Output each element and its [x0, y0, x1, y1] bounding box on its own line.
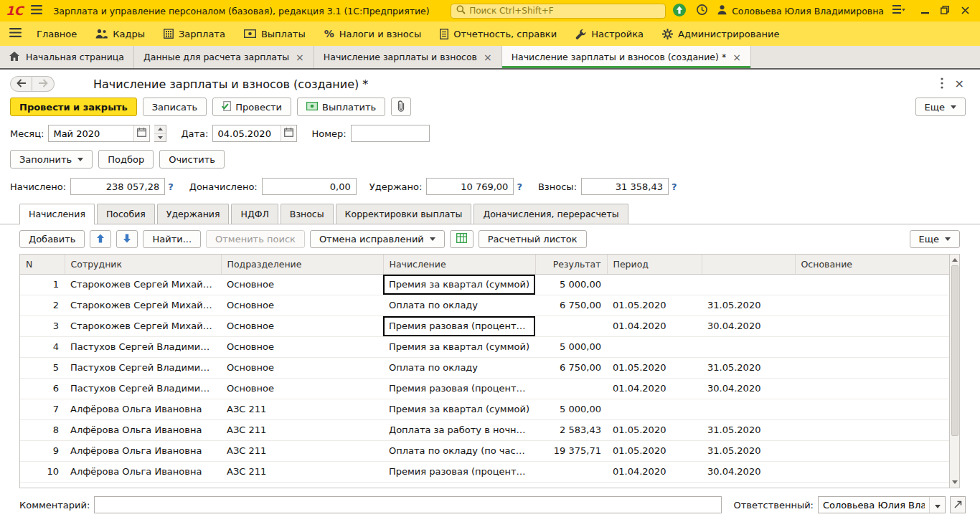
menu-item-administration[interactable]: Администрирование [653, 22, 788, 46]
cell-basis[interactable] [795, 336, 949, 357]
cell-basis[interactable] [795, 461, 949, 482]
cell-row-number[interactable]: 2 [20, 295, 65, 315]
fill-button[interactable]: Заполнить [10, 150, 93, 169]
cell-result[interactable]: 5 000,00 [535, 274, 607, 295]
open-responsible-button[interactable] [950, 496, 966, 513]
forward-button[interactable] [32, 76, 55, 92]
cell-period-from[interactable]: 01.05.2020 [607, 440, 702, 461]
cell-department[interactable]: Основное [221, 357, 383, 378]
month-input[interactable] [49, 125, 133, 141]
cell-period-from[interactable]: 01.04.2020 [607, 461, 702, 482]
current-user[interactable]: Соловьева Юлия Владимировна [717, 4, 884, 17]
cell-department[interactable]: АЗС 211 [221, 440, 383, 461]
cell-department[interactable]: АЗС 211 [221, 399, 383, 419]
cell-period-to[interactable] [702, 336, 795, 357]
cell-employee[interactable]: Алфёрова Ольга Ивановна [65, 440, 221, 461]
cell-employee[interactable]: Алфёрова Ольга Ивановна [65, 461, 221, 482]
table-row[interactable]: 4 Пастухов Сергей Владимирович Основное … [20, 336, 949, 357]
update-available-button[interactable] [671, 3, 688, 19]
show-all-accruals-button[interactable] [450, 230, 473, 248]
document-tab[interactable]: Начисление зарплаты и взносов × [314, 46, 502, 68]
column-header-basis[interactable]: Основание [795, 255, 949, 274]
column-header-accrual[interactable]: Начисление [383, 255, 535, 274]
cell-row-number[interactable]: 7 [20, 399, 65, 419]
tab-home[interactable]: Начальная страница [0, 46, 134, 68]
cell-result[interactable] [535, 378, 607, 399]
cell-period-from[interactable] [607, 399, 702, 419]
cell-row-number[interactable]: 9 [20, 440, 65, 461]
cell-period-to[interactable]: 30.04.2020 [702, 378, 795, 399]
form-more-button[interactable]: Еще [915, 98, 966, 116]
pay-button[interactable]: Выплатить [297, 98, 385, 116]
cell-period-from[interactable]: 01.05.2020 [607, 419, 702, 440]
cell-result[interactable] [535, 461, 607, 482]
find-button[interactable]: Найти... [143, 230, 201, 248]
cell-department[interactable]: Основное [221, 315, 383, 336]
cell-department[interactable]: Основное [221, 295, 383, 315]
tab-close-icon[interactable]: × [296, 52, 304, 62]
cell-basis[interactable] [795, 357, 949, 378]
cell-result[interactable]: 6 750,00 [535, 357, 607, 378]
functions-menu-button[interactable] [3, 22, 27, 46]
number-field[interactable] [351, 125, 430, 142]
cell-row-number[interactable]: 10 [20, 461, 65, 482]
document-tab[interactable]: Данные для расчета зарплаты × [134, 46, 314, 68]
cell-employee[interactable]: Пастухов Сергей Владимирович [65, 336, 221, 357]
section-tab[interactable]: Удержания [157, 204, 230, 224]
cell-period-from[interactable] [607, 336, 702, 357]
menu-item-salary[interactable]: Зарплата [154, 22, 235, 46]
scrollbar-thumb[interactable] [951, 265, 958, 436]
cell-row-number[interactable]: 5 [20, 357, 65, 378]
menu-item-payments[interactable]: Выплаты [235, 22, 315, 46]
cell-row-number[interactable]: 1 [20, 274, 65, 295]
section-tab[interactable]: Начисления [19, 204, 95, 224]
section-tab[interactable]: Корректировки выплаты [336, 204, 472, 224]
cell-accrual[interactable]: Премия разовая (процентом) [383, 378, 535, 399]
tab-close-icon[interactable]: × [732, 52, 741, 62]
cell-accrual[interactable]: Оплата по окладу (по часам) [383, 440, 535, 461]
cell-period-from[interactable]: 01.04.2020 [607, 378, 702, 399]
payslip-button[interactable]: Расчетный листок [479, 230, 587, 248]
month-calendar-button[interactable] [133, 125, 149, 141]
cell-period-to[interactable]: 31.05.2020 [702, 295, 795, 315]
cell-basis[interactable] [795, 419, 949, 440]
cell-department[interactable]: АЗС 211 [221, 419, 383, 440]
search-input[interactable] [469, 6, 660, 16]
cell-employee[interactable]: Алфёрова Ольга Ивановна [65, 419, 221, 440]
cell-period-to[interactable]: 31.05.2020 [702, 419, 795, 440]
undo-corrections-button[interactable]: Отмена исправлений [310, 230, 445, 248]
cell-result[interactable]: 5 000,00 [535, 336, 607, 357]
restore-button[interactable] [936, 3, 954, 19]
cell-period-from[interactable]: 01.05.2020 [607, 295, 702, 315]
table-row[interactable]: 9 Алфёрова Ольга Ивановна АЗС 211 Оплата… [20, 440, 949, 461]
section-tab[interactable]: Доначисления, перерасчеты [473, 204, 628, 224]
column-header-department[interactable]: Подразделение [221, 255, 383, 274]
date-field[interactable] [212, 125, 297, 142]
post-button[interactable]: Провести [212, 98, 291, 116]
column-header-result[interactable]: Результат [535, 255, 607, 274]
contributions-help-link[interactable]: ? [672, 181, 677, 192]
month-field[interactable] [48, 125, 150, 142]
cell-row-number[interactable]: 6 [20, 378, 65, 399]
cell-department[interactable]: АЗС 211 [221, 461, 383, 482]
number-input[interactable] [352, 125, 429, 141]
cell-period-to[interactable]: 31.05.2020 [702, 440, 795, 461]
cell-accrual[interactable]: Премия разовая (процентом) [383, 461, 535, 482]
cell-result[interactable]: 6 750,00 [535, 295, 607, 315]
cell-accrual[interactable]: Премия разовая (процентом) [383, 315, 535, 336]
table-row[interactable]: 6 Пастухов Сергей Владимирович Основное … [20, 378, 949, 399]
step-down-button[interactable] [154, 133, 166, 142]
move-up-button[interactable] [90, 230, 111, 248]
cell-department[interactable]: Основное [221, 378, 383, 399]
cell-basis[interactable] [795, 295, 949, 315]
menu-item-staff[interactable]: Кадры [86, 22, 154, 46]
attachments-button[interactable] [391, 98, 411, 116]
form-close-icon[interactable]: × [955, 78, 964, 90]
cell-accrual[interactable]: Премия за квартал (суммой) [383, 336, 535, 357]
post-and-close-button[interactable]: Провести и закрыть [10, 98, 137, 116]
cell-accrual[interactable]: Премия за квартал (суммой) [383, 399, 535, 419]
tab-close-icon[interactable]: × [484, 52, 492, 62]
cell-employee[interactable]: Старокожев Сергей Михайлович [65, 315, 221, 336]
write-button[interactable]: Записать [143, 98, 207, 116]
history-button[interactable] [693, 3, 710, 19]
